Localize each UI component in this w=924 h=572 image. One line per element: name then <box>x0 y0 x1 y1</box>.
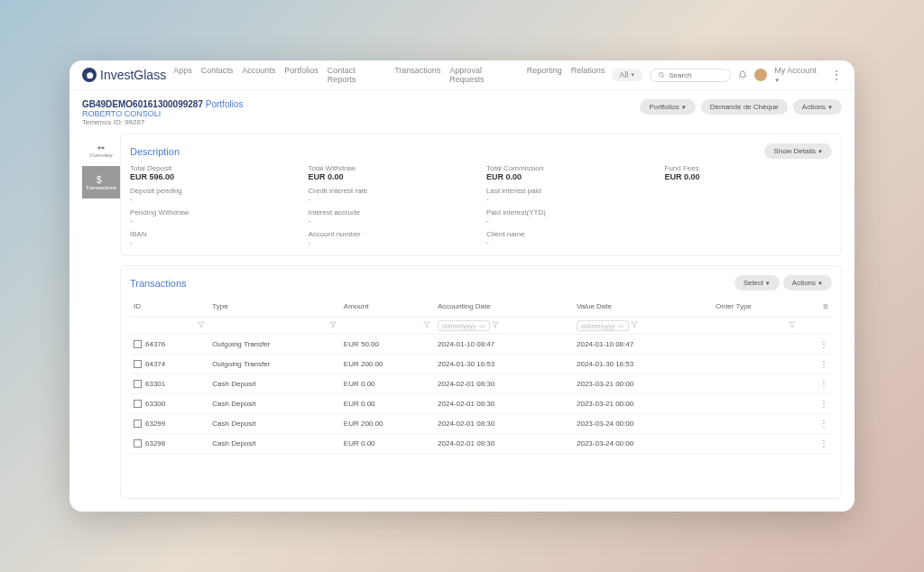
row-checkbox[interactable] <box>134 380 142 388</box>
actions-button[interactable]: Actions ▼ <box>793 99 842 115</box>
sidebar-item-transactions[interactable]: $ Transactions <box>82 166 120 198</box>
svg-marker-5 <box>199 322 205 328</box>
all-dropdown[interactable]: All ▼ <box>612 69 642 81</box>
table-row[interactable]: 63298 Cash Deposit EUR 0.00 2024-02-01 0… <box>130 434 832 454</box>
row-accounting-date: 2024-02-01 08:30 <box>434 394 573 414</box>
row-id: 63300 <box>145 400 165 408</box>
nav-portfolios[interactable]: Portfolios <box>284 66 319 84</box>
filter-icon[interactable] <box>329 321 337 328</box>
row-order-type <box>712 414 799 434</box>
main: Overview $ Transactions Description Show… <box>69 134 855 512</box>
portfolio-id: GB49DEMO60161300099287 <box>82 99 203 109</box>
transactions-title: Transactions <box>130 278 187 289</box>
svg-point-2 <box>97 146 100 149</box>
col-amount[interactable]: Amount <box>340 296 434 318</box>
transactions-card: Transactions Select ▼ Actions ▼ ID Type … <box>120 265 842 499</box>
row-id: 64376 <box>145 340 165 348</box>
row-checkbox[interactable] <box>134 420 142 428</box>
row-accounting-date: 2024-01-10 08:47 <box>434 335 573 355</box>
cheque-button[interactable]: Demande de Chèque <box>701 99 788 115</box>
filter-icon[interactable] <box>789 321 796 328</box>
chevron-down-icon: ▼ <box>630 72 635 78</box>
nav-accounts[interactable]: Accounts <box>242 66 275 84</box>
nav-apps[interactable]: Apps <box>173 66 192 84</box>
logo-icon <box>82 68 97 82</box>
avatar[interactable] <box>754 69 767 81</box>
more-menu[interactable]: ⋮ <box>831 69 842 81</box>
row-checkbox[interactable] <box>134 400 142 408</box>
row-id: 63299 <box>145 420 165 428</box>
select-button[interactable]: Select ▼ <box>735 275 780 291</box>
table-row[interactable]: 63301 Cash Deposit EUR 0.00 2024-02-01 0… <box>130 374 832 394</box>
col-value-date[interactable]: Value Date <box>573 296 712 318</box>
temenos-id: Temenos ID: 99287 <box>82 118 243 126</box>
nav-reporting[interactable]: Reporting <box>527 66 562 84</box>
row-type: Outgoing Transfer <box>208 355 340 374</box>
content: Description Show Details ▼ Total Deposit… <box>120 134 842 499</box>
calendar-icon: ▭ <box>618 322 624 329</box>
table-row[interactable]: 63300 Cash Deposit EUR 0.00 2024-02-01 0… <box>130 394 832 414</box>
description-grid: Total Deposit EUR 596.00 Deposit pending… <box>130 164 832 246</box>
nav-transactions[interactable]: Transactions <box>394 66 440 84</box>
search-input[interactable] <box>669 71 723 79</box>
row-menu-icon[interactable]: ⋮ <box>819 379 828 389</box>
logo[interactable]: InvestGlass <box>82 68 166 82</box>
svg-line-1 <box>663 77 664 78</box>
show-details-button[interactable]: Show Details ▼ <box>764 143 832 159</box>
brand-name: InvestGlass <box>100 68 166 82</box>
row-value-date: 2023-03-24 00:00 <box>573 414 712 434</box>
table-row[interactable]: 63299 Cash Deposit EUR 200.00 2024-02-01… <box>130 414 832 434</box>
table-row[interactable]: 64376 Outgoing Transfer EUR 50.00 2024-0… <box>130 335 832 355</box>
row-order-type <box>712 434 799 454</box>
col-order-type[interactable]: Order Type <box>712 296 799 318</box>
topbar: InvestGlass Apps Contacts Accounts Portf… <box>69 60 855 90</box>
table-row[interactable]: 64374 Outgoing Transfer EUR 200.00 2024-… <box>130 355 832 374</box>
row-menu-icon[interactable]: ⋮ <box>819 438 828 448</box>
filter-icon[interactable] <box>492 321 499 328</box>
bell-icon[interactable] <box>738 70 747 79</box>
row-amount: EUR 0.00 <box>340 434 434 454</box>
col-type[interactable]: Type <box>208 296 340 318</box>
row-checkbox[interactable] <box>134 439 142 447</box>
row-amount: EUR 200.00 <box>340 414 434 434</box>
svg-marker-8 <box>493 322 499 328</box>
filter-icon[interactable] <box>198 321 205 328</box>
row-checkbox[interactable] <box>134 340 142 348</box>
col-accounting-date[interactable]: Accounting Date <box>434 296 573 318</box>
row-id: 63301 <box>145 380 165 388</box>
row-amount: EUR 0.00 <box>340 374 434 394</box>
binoculars-icon <box>97 143 106 152</box>
nav-relations[interactable]: Relations <box>571 66 605 84</box>
sidebar-item-overview[interactable]: Overview <box>82 134 120 166</box>
row-type: Outgoing Transfer <box>208 335 340 355</box>
my-account-dropdown[interactable]: My Account ▼ <box>774 66 824 84</box>
filter-icon[interactable] <box>631 321 638 328</box>
portfolios-button[interactable]: Portfolios ▼ <box>640 99 695 115</box>
dollar-icon: $ <box>97 175 106 184</box>
row-amount: EUR 50.00 <box>340 335 434 355</box>
filter-icon[interactable] <box>423 321 430 328</box>
nav-approval-requests[interactable]: Approval Requests <box>449 66 517 84</box>
transactions-actions-button[interactable]: Actions ▼ <box>783 275 832 291</box>
row-value-date: 2023-03-21 00:00 <box>573 394 712 414</box>
row-id: 63298 <box>145 439 165 447</box>
svg-point-0 <box>660 72 664 77</box>
row-checkbox[interactable] <box>134 360 142 368</box>
value-date-filter[interactable]: dd/mm/yyyy ▭ <box>577 320 629 331</box>
row-type: Cash Deposit <box>208 414 340 434</box>
nav-contact-reports[interactable]: Contact Reports <box>328 66 385 84</box>
portfolios-link[interactable]: Portfolios <box>206 99 244 109</box>
col-id[interactable]: ID <box>130 296 208 318</box>
row-value-date: 2024-01-10 08:47 <box>573 335 712 355</box>
row-menu-icon[interactable]: ⋮ <box>819 419 828 429</box>
accounting-date-filter[interactable]: dd/mm/yyyy ▭ <box>438 320 490 331</box>
row-menu-icon[interactable]: ⋮ <box>819 339 828 349</box>
nav-contacts[interactable]: Contacts <box>201 66 234 84</box>
svg-marker-7 <box>424 322 430 328</box>
owner-name: ROBERTO CONSOLI <box>82 109 243 118</box>
search-box[interactable] <box>650 69 731 82</box>
columns-icon[interactable]: ≡ <box>823 301 828 311</box>
svg-point-3 <box>101 146 104 149</box>
row-menu-icon[interactable]: ⋮ <box>819 399 828 409</box>
row-menu-icon[interactable]: ⋮ <box>819 359 828 369</box>
